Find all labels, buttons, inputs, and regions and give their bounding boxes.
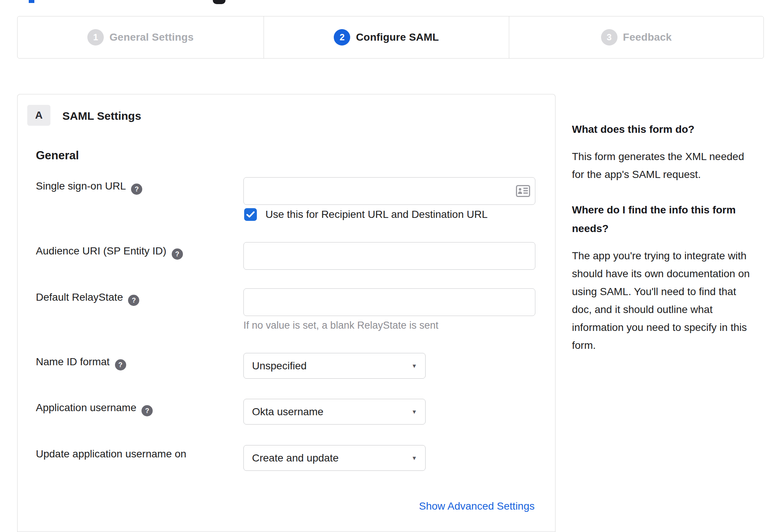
sidebar-heading-what: What does this form do? <box>572 123 760 136</box>
step-general-settings[interactable]: 1 General Settings <box>18 16 264 58</box>
chevron-down-icon: ▼ <box>411 409 417 415</box>
sidebar-heading-where: Where do I find the info this form needs… <box>572 201 760 238</box>
cutoff-black-fragment <box>213 0 225 4</box>
step-configure-saml[interactable]: 2 Configure SAML <box>264 16 509 58</box>
help-icon[interactable] <box>141 405 153 416</box>
help-icon[interactable] <box>128 295 139 306</box>
help-icon[interactable] <box>131 184 142 195</box>
wizard-stepper: 1 General Settings 2 Configure SAML 3 Fe… <box>17 16 764 59</box>
step-3-label: Feedback <box>623 31 672 43</box>
sso-url-label: Single sign-on URL <box>36 180 142 195</box>
section-title: SAML Settings <box>62 110 141 122</box>
help-icon[interactable] <box>172 248 183 260</box>
relay-state-label: Default RelayState <box>36 291 139 306</box>
application-username-select[interactable]: Okta username ▼ <box>243 399 426 425</box>
chevron-down-icon: ▼ <box>411 455 417 461</box>
step-2-label: Configure SAML <box>356 31 439 43</box>
saml-settings-panel: A SAML Settings General Single sign-on U… <box>17 94 556 532</box>
step-1-number-badge: 1 <box>87 29 104 46</box>
name-id-format-value: Unspecified <box>252 360 411 372</box>
step-3-number-badge: 3 <box>601 29 617 46</box>
sso-url-field-wrap <box>243 177 535 205</box>
step-feedback[interactable]: 3 Feedback <box>509 16 763 58</box>
recipient-url-checkbox[interactable] <box>244 208 257 221</box>
general-heading: General <box>36 149 79 162</box>
update-username-select[interactable]: Create and update ▼ <box>243 445 426 471</box>
step-1-label: General Settings <box>109 31 194 43</box>
name-id-format-select[interactable]: Unspecified ▼ <box>243 353 426 379</box>
chevron-down-icon: ▼ <box>411 363 417 369</box>
cutoff-blue-fragment <box>29 0 34 3</box>
application-username-label: Application username <box>36 402 153 416</box>
step-2-number-badge: 2 <box>334 29 350 46</box>
application-username-value: Okta username <box>252 406 411 418</box>
show-advanced-settings-link[interactable]: Show Advanced Settings <box>419 500 535 512</box>
sidebar-paragraph-what: This form generates the XML needed for t… <box>572 148 760 184</box>
help-sidebar: What does this form do? This form genera… <box>572 123 760 354</box>
checkmark-icon <box>246 211 255 218</box>
help-icon[interactable] <box>115 359 126 370</box>
name-id-format-label: Name ID format <box>36 356 126 370</box>
audience-uri-label: Audience URI (SP Entity ID) <box>36 245 183 260</box>
relay-state-helper-text: If no value is set, a blank RelayState i… <box>243 320 438 331</box>
sidebar-paragraph-where: The app you're trying to integrate with … <box>572 247 760 354</box>
audience-uri-input[interactable] <box>243 242 535 270</box>
sso-url-input[interactable] <box>243 177 535 205</box>
panel-bottom-divider <box>18 531 555 532</box>
update-username-value: Create and update <box>252 452 411 464</box>
section-a-badge: A <box>27 105 50 126</box>
relay-state-input[interactable] <box>243 288 535 316</box>
recipient-url-checkbox-label: Use this for Recipient URL and Destinati… <box>265 209 488 220</box>
contact-card-icon <box>516 185 530 197</box>
update-username-label: Update application username on <box>36 448 186 460</box>
